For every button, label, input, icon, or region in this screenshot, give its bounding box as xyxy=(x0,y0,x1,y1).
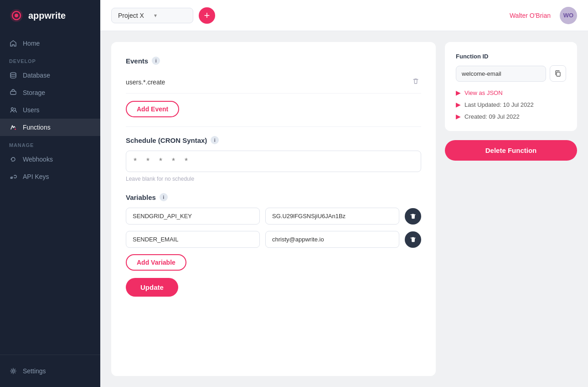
svg-point-7 xyxy=(12,370,15,372)
arrow-icon-2: ▶ xyxy=(456,101,461,108)
app-name: appwrite xyxy=(28,10,66,21)
topbar: Project X ▾ + Walter O'Brian WO xyxy=(100,0,588,31)
variable-key-1[interactable] xyxy=(126,231,260,248)
delete-variable-1-button[interactable] xyxy=(405,231,421,248)
sidebar: appwrite Home DEVELOP Database Storage xyxy=(0,0,100,387)
logo: appwrite xyxy=(0,0,100,31)
develop-section-label: DEVELOP xyxy=(0,52,100,67)
event-row: users.*.create xyxy=(126,71,421,94)
sidebar-item-storage[interactable]: Storage xyxy=(0,84,100,101)
function-id-input[interactable] xyxy=(456,66,546,82)
variable-row-1 xyxy=(126,231,421,248)
sidebar-item-label: Webhooks xyxy=(23,156,53,163)
delete-event-button[interactable] xyxy=(410,76,421,89)
update-button[interactable]: Update xyxy=(126,278,178,297)
sidebar-item-settings[interactable]: Settings xyxy=(0,362,100,380)
delete-variable-0-button[interactable] xyxy=(405,208,421,225)
cron-hint: Leave blank for no schedule xyxy=(126,176,421,182)
last-updated-row: ▶ Last Updated: 10 Jul 2022 xyxy=(456,101,566,108)
created-row: ▶ Created: 09 Jul 2022 xyxy=(456,113,566,120)
function-id-card: Function ID ▶ View as JSON ▶ Last Update… xyxy=(445,42,577,131)
sidebar-item-functions[interactable]: Functions xyxy=(0,119,100,136)
sidebar-item-label: Storage xyxy=(23,89,45,96)
svg-point-5 xyxy=(11,108,14,110)
api-keys-icon xyxy=(9,173,17,181)
add-event-button[interactable]: Add Event xyxy=(126,101,179,117)
add-project-button[interactable]: + xyxy=(199,7,215,24)
sidebar-item-webhooks[interactable]: Webhooks xyxy=(0,151,100,168)
sidebar-item-label: Database xyxy=(23,72,50,79)
manage-section-label: MANAGE xyxy=(0,136,100,151)
appwrite-logo-icon xyxy=(9,8,24,23)
functions-icon xyxy=(9,123,17,131)
svg-rect-4 xyxy=(10,91,16,94)
function-id-label: Function ID xyxy=(456,53,566,60)
project-selector[interactable]: Project X ▾ xyxy=(111,8,193,23)
database-icon xyxy=(9,71,17,79)
copy-function-id-button[interactable] xyxy=(550,65,566,82)
schedule-section-label: Schedule (CRON Syntax) i xyxy=(126,136,421,144)
events-info-icon[interactable]: i xyxy=(152,57,160,65)
webhooks-icon xyxy=(9,155,17,163)
variables-info-icon[interactable]: i xyxy=(160,193,168,201)
sidebar-item-label: Users xyxy=(23,106,40,114)
last-updated-text: Last Updated: 10 Jul 2022 xyxy=(464,101,534,108)
sidebar-item-label: Home xyxy=(23,40,40,47)
sidebar-item-label: Settings xyxy=(23,367,46,375)
sidebar-item-label: Functions xyxy=(23,124,51,131)
svg-point-2 xyxy=(15,14,18,17)
settings-icon xyxy=(9,367,17,375)
function-id-row xyxy=(456,65,566,82)
svg-rect-8 xyxy=(557,72,560,76)
delete-function-button[interactable]: Delete Function xyxy=(445,140,577,161)
view-json-link[interactable]: View as JSON xyxy=(464,89,503,96)
view-json-row: ▶ View as JSON xyxy=(456,89,566,96)
project-name: Project X xyxy=(118,12,150,19)
chevron-down-icon: ▾ xyxy=(154,12,186,19)
schedule-info-icon[interactable]: i xyxy=(211,136,219,144)
sidebar-bottom: Settings xyxy=(0,355,100,387)
user-name[interactable]: Walter O'Brian xyxy=(510,12,551,19)
variables-section-label: Variables i xyxy=(126,193,421,201)
home-icon xyxy=(9,39,17,47)
avatar: WO xyxy=(560,7,577,24)
svg-point-6 xyxy=(15,129,16,130)
variable-value-0[interactable] xyxy=(265,208,399,225)
users-icon xyxy=(9,106,17,114)
event-value: users.*.create xyxy=(126,78,165,86)
variable-row-0 xyxy=(126,208,421,225)
variable-value-1[interactable] xyxy=(265,231,399,248)
function-settings-form: Events i users.*.create Add Event Schedu… xyxy=(111,42,436,376)
sidebar-item-home[interactable]: Home xyxy=(0,35,100,52)
sidebar-item-users[interactable]: Users xyxy=(0,101,100,119)
sidebar-item-api-keys[interactable]: API Keys xyxy=(0,168,100,185)
sidebar-nav: Home DEVELOP Database Storage Users xyxy=(0,31,100,355)
sidebar-item-label: API Keys xyxy=(23,173,49,180)
events-section-label: Events i xyxy=(126,57,421,65)
side-panel: Function ID ▶ View as JSON ▶ Last Update… xyxy=(445,42,577,376)
variable-key-0[interactable] xyxy=(126,208,260,225)
arrow-icon-3: ▶ xyxy=(456,113,461,120)
meta-links: ▶ View as JSON ▶ Last Updated: 10 Jul 20… xyxy=(456,89,566,120)
sidebar-item-database[interactable]: Database xyxy=(0,67,100,84)
storage-icon xyxy=(9,89,17,97)
arrow-icon: ▶ xyxy=(456,89,461,96)
add-variable-button[interactable]: Add Variable xyxy=(126,254,186,271)
main-content: Events i users.*.create Add Event Schedu… xyxy=(100,31,588,387)
cron-input[interactable] xyxy=(126,151,421,172)
svg-point-3 xyxy=(10,73,16,74)
created-text: Created: 09 Jul 2022 xyxy=(464,113,520,120)
